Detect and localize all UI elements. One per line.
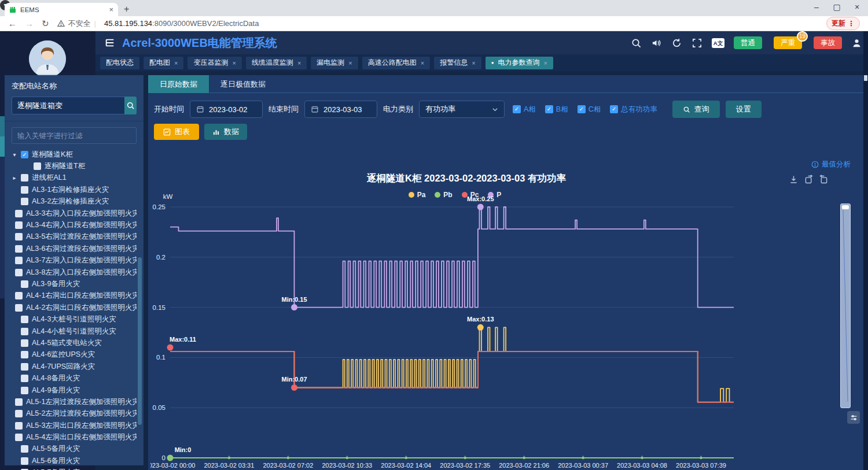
chart-view-button[interactable]: 图表 [154, 124, 199, 140]
tree-node-7[interactable]: AL3-5右洞过渡段左侧加强照明火灾 [12, 231, 137, 243]
tree-node-8[interactable]: AL3-6右洞过渡段右侧加强照明火灾 [12, 243, 137, 254]
tree-checkbox[interactable] [15, 292, 23, 299]
browser-update-button[interactable]: 更新 ⋮ [826, 17, 860, 30]
tree-checkbox[interactable] [21, 328, 28, 335]
page-tab-1[interactable]: 配电图 × [144, 57, 183, 69]
tree-checkbox[interactable] [21, 339, 28, 347]
zoom-reset-icon[interactable] [819, 175, 829, 184]
page-tab-5[interactable]: 高速公路配电图 × [362, 57, 430, 69]
tree-checkbox[interactable] [21, 316, 28, 323]
tree-checkbox[interactable] [15, 398, 23, 406]
tree-filter-input[interactable] [12, 127, 137, 144]
tree-node-15[interactable]: AL4-4小桩号引道照明火灾 [12, 325, 137, 337]
slider-settings-icon[interactable] [847, 411, 860, 424]
tree-checkbox[interactable] [34, 162, 41, 170]
tree-checkbox[interactable] [21, 363, 28, 371]
extreme-analysis-link[interactable]: 最值分析 [811, 160, 851, 169]
new-tab-button[interactable]: + [124, 4, 129, 14]
data-view-button[interactable]: 数据 [204, 124, 247, 140]
fullscreen-icon[interactable] [692, 38, 703, 49]
tree-node-13[interactable]: AL4-2右洞出口段右侧加强照明火灾 [12, 302, 137, 313]
checkbox-checked-icon[interactable]: ✓ [610, 105, 618, 113]
tree-node-9[interactable]: AL3-7左洞入口段左侧加强照明火灾 [12, 255, 137, 267]
tree-node-27[interactable]: AL5-7备用火灾 [12, 467, 137, 470]
page-tab-0[interactable]: 配电状态 [100, 57, 139, 69]
tab-close-icon[interactable]: × [109, 5, 113, 14]
query-button[interactable]: 查询 [672, 101, 720, 118]
tree-node-24[interactable]: AL5-4左洞出口段右侧加强照明火灾 [12, 431, 137, 443]
tree-checkbox[interactable] [15, 422, 23, 430]
power-type-select[interactable]: 有功功率 [419, 101, 505, 118]
page-tab-4[interactable]: 漏电监测 × [311, 57, 358, 69]
tree-checkbox[interactable] [15, 304, 23, 312]
marker-point[interactable] [167, 455, 174, 461]
caret-right-icon[interactable]: ▸ [12, 175, 17, 181]
page-tab-2[interactable]: 变压器监测 × [187, 57, 241, 69]
tab-close-icon[interactable]: × [472, 60, 475, 66]
tree-checkbox[interactable] [21, 375, 28, 382]
marker-point[interactable] [291, 304, 297, 310]
tree-node-2[interactable]: ▸ 进线柜AL1 [12, 172, 137, 184]
tree-node-4[interactable]: AL3-2左洞检修插座火灾 [12, 196, 137, 208]
datazoom-handle[interactable] [842, 205, 849, 209]
tree-node-5[interactable]: AL3-3右洞入口段左侧加强照明火灾 [12, 208, 137, 219]
tree-checkbox[interactable] [15, 257, 23, 264]
tree-node-20[interactable]: AL4-9备用火灾 [12, 384, 137, 396]
tree-checkbox[interactable] [21, 445, 28, 453]
tree-node-16[interactable]: AL4-5箱式变电站火灾 [12, 337, 137, 349]
refresh-icon[interactable] [671, 38, 682, 49]
tree-checkbox[interactable] [15, 245, 23, 253]
marker-point[interactable] [167, 345, 174, 351]
tree-node-22[interactable]: AL5-2左洞过渡段右侧加强照明火灾 [12, 408, 137, 420]
tree-node-3[interactable]: AL3-1右洞检修插座火灾 [12, 184, 137, 195]
alarm-button-1[interactable]: 严重 19 [774, 36, 802, 49]
translate-icon[interactable]: A文 [712, 38, 724, 48]
search-icon[interactable] [631, 38, 642, 49]
tree-checkbox[interactable] [15, 210, 23, 217]
checkbox-checked-icon[interactable]: ✓ [513, 105, 521, 113]
tree-node-14[interactable]: AL4-3大桩号引道照明火灾 [12, 313, 137, 325]
kebab-menu-icon[interactable]: ⋮ [848, 20, 855, 28]
url-text[interactable]: 45.81.195.134:8090/3000WEBV2/ElectricDat… [104, 19, 259, 28]
page-scrollbar[interactable] [863, 31, 868, 470]
tree-node-26[interactable]: AL5-6备用火灾 [12, 455, 137, 467]
tree-scrollbar-thumb[interactable] [138, 257, 142, 425]
series-Pc[interactable] [170, 351, 734, 402]
tree-checkbox[interactable] [15, 221, 23, 229]
alarm-button-0[interactable]: 普通 [734, 36, 762, 49]
phase-check-2[interactable]: ✓ C相 [578, 105, 601, 114]
tab-close-icon[interactable]: × [232, 60, 236, 66]
chart-plot[interactable]: 00.050.10.150.20.25kW2023-03-02 00:00202… [150, 192, 839, 470]
tree-node-6[interactable]: AL3-4右洞入口段右侧加强照明火灾 [12, 219, 137, 231]
page-tab-7[interactable]: ● 电力参数查询 × [486, 57, 553, 69]
tree-checkbox[interactable] [21, 174, 28, 182]
browser-tab[interactable]: EEMS × [5, 3, 118, 16]
checkbox-checked-icon[interactable]: ✓ [545, 105, 553, 113]
tree-node-25[interactable]: AL5-5备用火灾 [12, 443, 137, 455]
tree-checkbox[interactable] [21, 387, 28, 394]
tree-node-1[interactable]: 逐桐隧道T柜 [12, 160, 137, 172]
window-minimize-button[interactable]: – [809, 2, 824, 12]
tab-close-icon[interactable]: × [543, 60, 547, 66]
tab-close-icon[interactable]: × [297, 60, 301, 66]
marker-point[interactable] [291, 384, 297, 391]
user-avatar[interactable] [29, 40, 66, 77]
window-close-button[interactable]: × [849, 2, 865, 12]
phase-check-1[interactable]: ✓ B相 [545, 105, 568, 114]
tree-node-0[interactable]: ▾ ✓ 逐桐隧道K柜 [12, 149, 137, 160]
tree-checkbox[interactable]: ✓ [21, 151, 28, 158]
alarm-button-2[interactable]: 事故 [814, 36, 842, 49]
tree-node-19[interactable]: AL4-8备用火灾 [12, 372, 137, 384]
tree-checkbox[interactable] [21, 457, 28, 465]
reload-button[interactable]: ↻ [42, 18, 49, 29]
download-icon[interactable] [789, 175, 799, 184]
station-name-input[interactable] [12, 97, 124, 114]
tree-checkbox[interactable] [21, 186, 28, 194]
forward-button[interactable]: → [25, 18, 34, 28]
end-date-input[interactable]: 2023-03-03 [304, 101, 377, 118]
tab-close-icon[interactable]: × [174, 60, 178, 66]
tree-node-11[interactable]: AL3-9备用火灾 [12, 278, 137, 290]
data-tab-1[interactable]: 逐日极值数据 [209, 75, 277, 93]
page-scrollbar-thumb[interactable] [864, 75, 867, 81]
tree-checkbox[interactable] [15, 410, 23, 417]
